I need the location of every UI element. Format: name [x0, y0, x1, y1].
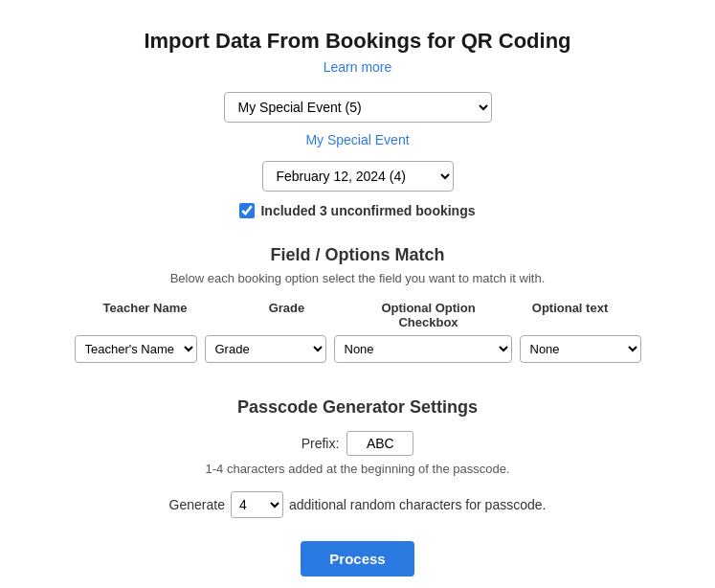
prefix-hint: 1-4 characters added at the beginning of…	[206, 462, 510, 476]
prefix-row: Prefix:	[302, 431, 414, 456]
page-title: Import Data From Bookings for QR Coding	[144, 29, 570, 54]
col-header-grade: Grade	[216, 301, 358, 329]
teacher-name-select[interactable]: Teacher's Name None	[75, 335, 197, 363]
fields-header-row: Teacher Name Grade Optional Option Check…	[71, 301, 645, 329]
event-link[interactable]: My Special Event	[305, 132, 409, 147]
event-select[interactable]: My Special Event (5)	[224, 92, 492, 123]
date-select-wrapper: February 12, 2024 (4)	[262, 161, 454, 192]
fields-table: Teacher Name Grade Optional Option Check…	[71, 301, 645, 363]
passcode-title: Passcode Generator Settings	[237, 397, 478, 418]
learn-more-link[interactable]: Learn more	[324, 59, 392, 75]
field-match-section: Field / Options Match Below each booking…	[71, 245, 645, 392]
field-match-desc: Below each booking option select the fie…	[71, 271, 645, 285]
prefix-label: Prefix:	[302, 436, 340, 451]
page-container: Import Data From Bookings for QR Coding …	[0, 0, 715, 588]
process-button[interactable]: Process	[301, 541, 413, 577]
optional-text-select[interactable]: None Optional text	[520, 335, 641, 363]
optional-checkbox-select[interactable]: None Optional Option Checkbox	[334, 335, 512, 363]
grade-select[interactable]: Grade None	[205, 335, 326, 363]
unconfirmed-label: Included 3 unconfirmed bookings	[260, 203, 475, 218]
col-header-optional-checkbox: Optional Option Checkbox	[358, 301, 500, 329]
unconfirmed-checkbox[interactable]	[239, 203, 255, 218]
date-select[interactable]: February 12, 2024 (4)	[262, 161, 454, 192]
field-match-title: Field / Options Match	[71, 245, 645, 265]
generate-suffix: additional random characters for passcod…	[289, 497, 546, 512]
col-header-teacher: Teacher Name	[75, 301, 216, 329]
unconfirmed-checkbox-row: Included 3 unconfirmed bookings	[239, 203, 475, 218]
generate-label: Generate	[169, 497, 225, 512]
generate-select[interactable]: 1 2 3 4 5 6 7 8	[231, 491, 283, 518]
generate-row: Generate 1 2 3 4 5 6 7 8 additional rand…	[169, 491, 547, 518]
passcode-section: Passcode Generator Settings Prefix: 1-4 …	[71, 397, 645, 577]
col-header-optional-text: Optional text	[500, 301, 641, 329]
prefix-input[interactable]	[346, 431, 413, 456]
fields-select-row: Teacher's Name None Grade None None Opti…	[71, 335, 645, 363]
